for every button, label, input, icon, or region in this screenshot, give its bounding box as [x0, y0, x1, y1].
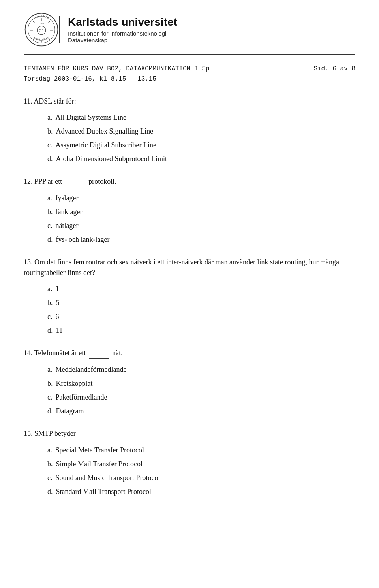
question-13-text: 13. Om det finns fem routrar och sex nät… — [24, 257, 355, 278]
exam-sid: Sid. 6 av 8 — [313, 64, 355, 74]
question-11: 11. ADSL står för: a.All Digital Systems… — [24, 96, 355, 164]
question-12-text: 12. PPP är ett protokoll. — [24, 176, 355, 187]
question-15: 15. SMTP betyder a.Special Meta Transfer… — [24, 428, 355, 497]
list-item: a.Meddelandeförmedlande — [47, 364, 355, 375]
question-11-text: 11. ADSL står för: — [24, 96, 355, 107]
list-item: b.5 — [47, 298, 355, 308]
svg-point-12 — [42, 29, 43, 30]
question-11-number: 11. — [24, 97, 34, 105]
question-14-text: 14. Telefonnätet är ett nät. — [24, 348, 355, 359]
list-item: a.All Digital Systems Line — [47, 112, 355, 123]
question-11-answers: a.All Digital Systems Line b.Advanced Du… — [24, 112, 355, 164]
question-15-answers: a.Special Meta Transfer Protocol b.Simpl… — [24, 445, 355, 497]
dept-line2: Datavetenskap — [68, 37, 355, 43]
list-item: b.länklager — [47, 207, 355, 217]
list-item: c.nätlager — [47, 220, 355, 231]
header-text: Karlstads universitet Institutionen för … — [59, 16, 355, 43]
svg-point-11 — [39, 29, 41, 30]
exam-info: TENTAMEN FÖR KURS DAV B02, DATAKOMMUNIKA… — [24, 64, 355, 84]
list-item: c.Sound and Music Transport Protocol — [47, 473, 355, 483]
list-item: d.fys- och länk-lager — [47, 234, 355, 245]
university-logo: KARLSTADS UNIVERSITET UNIV — [24, 12, 59, 47]
list-item: b.Kretskopplat — [47, 378, 355, 389]
svg-line-7 — [33, 21, 35, 23]
list-item: d.Aloha Dimensioned Subprotocol Limit — [47, 154, 355, 164]
exam-line1: TENTAMEN FÖR KURS DAV B02, DATAKOMMUNIKA… — [24, 64, 209, 74]
university-name: Karlstads universitet — [68, 16, 355, 28]
list-item: d.Standard Mail Transport Protocol — [47, 486, 355, 497]
question-13: 13. Om det finns fem routrar och sex nät… — [24, 257, 355, 336]
header: KARLSTADS UNIVERSITET UNIV Karlstads uni… — [24, 12, 355, 55]
svg-text:UNIVERSITET: UNIVERSITET — [34, 36, 49, 41]
exam-line2: Torsdag 2003-01-16, kl.8.15 – 13.15 — [24, 74, 355, 85]
list-item: b.Advanced Duplex Signalling Line — [47, 126, 355, 137]
questions-container: 11. ADSL står för: a.All Digital Systems… — [24, 96, 355, 497]
question-12-number: 12. PPP är ett — [24, 177, 64, 185]
dept-line1: Institutionen för Informationsteknologi — [68, 30, 355, 37]
list-item: c.Paketförmedlande — [47, 392, 355, 403]
list-item: d.Datagram — [47, 406, 355, 416]
svg-text:UNIV: UNIV — [39, 23, 44, 25]
svg-line-8 — [48, 21, 50, 23]
question-15-text: 15. SMTP betyder — [24, 428, 355, 439]
question-13-answers: a.1 b.5 c.6 d.11 — [24, 284, 355, 336]
question-13-number: 13. — [24, 258, 34, 266]
list-item: a.1 — [47, 284, 355, 294]
question-14-number: 14. Telefonnätet är ett — [24, 349, 88, 357]
question-14-answers: a.Meddelandeförmedlande b.Kretskopplat c… — [24, 364, 355, 416]
list-item: c.Assymetric Digital Subscriber Line — [47, 140, 355, 151]
question-14: 14. Telefonnätet är ett nät. a.Meddeland… — [24, 348, 355, 416]
question-15-number: 15. SMTP betyder — [24, 430, 77, 437]
svg-point-2 — [37, 26, 46, 35]
list-item: a.Special Meta Transfer Protocol — [47, 445, 355, 456]
list-item: a.fyslager — [47, 193, 355, 204]
page: KARLSTADS UNIVERSITET UNIV Karlstads uni… — [0, 0, 379, 588]
question-12: 12. PPP är ett protokoll. a.fyslager b.l… — [24, 176, 355, 245]
list-item: d.11 — [47, 325, 355, 336]
question-12-answers: a.fyslager b.länklager c.nätlager d.fys-… — [24, 193, 355, 245]
list-item: c.6 — [47, 311, 355, 322]
list-item: b.Simple Mail Transfer Protocol — [47, 459, 355, 469]
